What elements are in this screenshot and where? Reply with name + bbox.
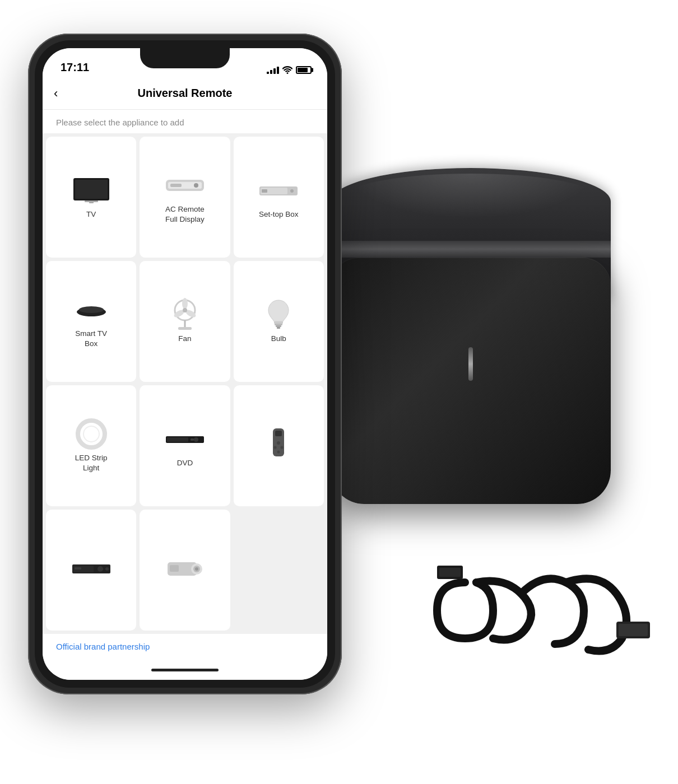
appliance-cell-projector[interactable]: [140, 510, 230, 631]
appliance-cell-smarttvbox[interactable]: Smart TVBox: [46, 261, 136, 382]
svg-point-36: [277, 451, 280, 454]
svg-rect-41: [75, 567, 81, 570]
fan-icon: [165, 300, 205, 329]
svg-point-25: [78, 421, 105, 447]
svg-point-45: [195, 567, 198, 571]
phone-screen: 17:11: [43, 48, 327, 680]
brand-link-bar: Official brand partnership: [43, 634, 327, 660]
status-icons: [267, 66, 312, 74]
svg-rect-3: [89, 202, 94, 203]
svg-rect-46: [170, 565, 179, 572]
svg-point-35: [281, 446, 284, 449]
svg-point-7: [194, 183, 198, 188]
tv-icon: [71, 176, 112, 205]
svg-point-34: [274, 446, 277, 449]
ledstrip-icon: [71, 419, 112, 449]
svg-rect-24: [277, 327, 280, 329]
usb-cable: [431, 538, 667, 661]
svg-rect-48: [619, 624, 648, 636]
appliance-label-ledstrip: LED StripLight: [75, 453, 108, 473]
svg-rect-1: [75, 180, 108, 199]
svg-rect-23: [276, 325, 281, 327]
amplifier-icon: [71, 554, 112, 583]
phone-inner: 17:11: [35, 40, 335, 688]
svg-rect-22: [275, 324, 282, 325]
appliance-label-fan: Fan: [178, 334, 191, 344]
home-bar: [151, 669, 219, 671]
svg-rect-32: [275, 431, 282, 436]
svg-rect-6: [170, 184, 182, 187]
svg-point-18: [183, 308, 187, 312]
phone-outer: 17:11: [28, 34, 342, 694]
svg-point-26: [83, 426, 99, 442]
remote-icon: [258, 430, 299, 459]
svg-point-29: [194, 437, 198, 442]
nav-title: Universal Remote: [138, 87, 233, 100]
svg-point-10: [290, 189, 294, 193]
subtitle-bar: Please select the appliance to add: [43, 110, 327, 133]
svg-rect-21: [274, 321, 283, 324]
hub-body: [331, 258, 611, 504]
svg-point-33: [277, 441, 280, 445]
appliance-grid: TV AC: [43, 133, 327, 634]
settopbox-icon: [258, 176, 299, 205]
appliance-label-bulb: Bulb: [271, 334, 286, 344]
smarttvbox-icon: [71, 295, 112, 324]
appliance-cell-settopbox[interactable]: Set-top Box: [234, 137, 324, 258]
appliance-cell-ac[interactable]: AC RemoteFull Display: [140, 137, 230, 258]
wifi-icon: [282, 66, 292, 74]
appliance-cell-remote[interactable]: [234, 385, 324, 506]
svg-point-40: [105, 567, 109, 571]
subtitle-text: Please select the appliance to add: [56, 118, 184, 127]
svg-point-39: [97, 566, 103, 572]
svg-point-13: [79, 306, 104, 313]
battery-icon: [296, 66, 312, 74]
svg-rect-30: [191, 438, 194, 441]
projector-icon: [165, 554, 205, 583]
appliance-label-settopbox: Set-top Box: [259, 209, 299, 220]
svg-rect-20: [178, 327, 192, 330]
smart-hub: [331, 168, 611, 504]
phone: 17:11: [28, 34, 342, 694]
home-indicator: [43, 660, 327, 680]
appliance-cell-tv[interactable]: TV: [46, 137, 136, 258]
hub-led: [468, 347, 473, 381]
svg-rect-28: [167, 437, 188, 442]
device-wrapper: [286, 168, 667, 672]
dvd-icon: [165, 424, 205, 454]
hub-band: [331, 241, 611, 258]
ac-icon: [165, 171, 205, 200]
nav-bar: ‹ Universal Remote: [43, 77, 327, 110]
appliance-label-dvd: DVD: [177, 458, 193, 468]
status-time: 17:11: [58, 61, 89, 74]
brand-link-text[interactable]: Official brand partnership: [56, 642, 150, 651]
svg-rect-11: [262, 189, 267, 193]
appliance-cell-fan[interactable]: Fan: [140, 261, 230, 382]
signal-bars-icon: [267, 66, 279, 74]
svg-rect-50: [439, 568, 461, 577]
appliance-cell-bulb[interactable]: Bulb: [234, 261, 324, 382]
appliance-label-smarttvbox: Smart TVBox: [75, 329, 107, 348]
back-button[interactable]: ‹: [54, 86, 58, 101]
appliance-label-tv: TV: [86, 209, 96, 220]
scene: 17:11: [0, 0, 678, 784]
phone-notch: [140, 48, 230, 68]
appliance-cell-ledstrip[interactable]: LED StripLight: [46, 385, 136, 506]
appliance-cell-amplifier[interactable]: [46, 510, 136, 631]
svg-point-15: [182, 298, 188, 309]
bulb-icon: [258, 300, 299, 329]
appliance-label-ac: AC RemoteFull Display: [165, 204, 205, 224]
appliance-cell-dvd[interactable]: DVD: [140, 385, 230, 506]
